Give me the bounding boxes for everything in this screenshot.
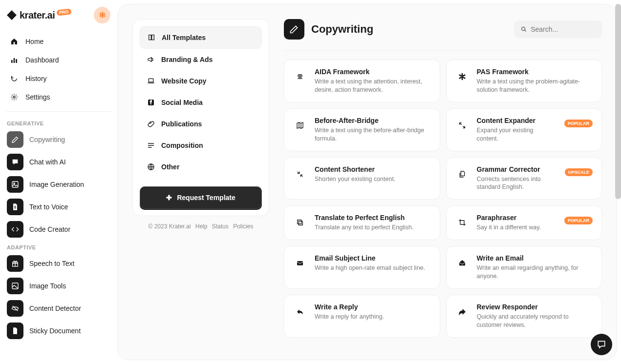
card-title: Translate to Perfect English (315, 214, 431, 222)
asterisk-icon (455, 70, 469, 83)
refresh-icon (10, 74, 19, 83)
nav-item-dashboard[interactable]: Dashboard (0, 51, 117, 69)
card-desc: Shorten your existing content. (315, 175, 431, 183)
category-other[interactable]: Other (140, 156, 262, 178)
footer-link-policies[interactable]: Policies (233, 223, 253, 230)
card-desc: Write a high open-rate email subject lin… (315, 264, 431, 272)
card-title: Grammar Corrector (477, 165, 557, 173)
pencil-icon (7, 131, 23, 148)
tool-item-copywriting[interactable]: Copywriting (0, 128, 117, 151)
cards-scroll[interactable]: AIDA Framework Write a text using the at… (284, 50, 602, 345)
chat-fab[interactable] (591, 334, 612, 355)
svg-point-3 (13, 96, 15, 98)
category-label: All Templates (162, 34, 206, 41)
tool-item-speech-to-text[interactable]: Speech to Text (0, 252, 117, 275)
category-all-templates[interactable]: All Templates (140, 26, 262, 49)
chat-icon (7, 154, 23, 170)
category-composition[interactable]: Composition (140, 135, 262, 156)
svg-rect-2 (16, 59, 17, 63)
image-icon (7, 176, 23, 193)
footer-link-help[interactable]: Help (195, 223, 208, 230)
template-card-translate-to-perfect-english[interactable]: Translate to Perfect English Translate a… (284, 205, 440, 240)
template-card-content-shortener[interactable]: Content Shortener Shorten your existing … (284, 157, 440, 200)
card-title: Write an Email (477, 254, 593, 262)
home-icon (10, 37, 19, 46)
tool-item-text-to-voice[interactable]: Text to Voice (0, 196, 117, 218)
templates-panel: Copywriting AIDA Framework Write a text … (284, 19, 602, 345)
card-title: Paraphraser (477, 214, 557, 222)
template-card-pas-framework[interactable]: PAS Framework Write a text using the pro… (446, 60, 602, 102)
tool-item-image-generation[interactable]: Image Generation (0, 173, 117, 196)
card-desc: Write a text using the problem-agitate-s… (477, 78, 593, 94)
svg-rect-8 (149, 79, 153, 82)
brand-name: krater.ai (20, 10, 55, 21)
tool-label: Content Detector (29, 304, 81, 312)
svg-point-5 (14, 183, 15, 184)
files-icon (455, 167, 469, 181)
tool-label: Sticky Document (29, 327, 81, 335)
card-body: Write an Email Write an email regarding … (477, 254, 593, 281)
tool-item-sticky-document[interactable]: Sticky Document (0, 320, 117, 342)
card-desc: Write a text using the before-after-brid… (315, 126, 431, 143)
card-desc: Translate any text to perfect English. (315, 223, 431, 232)
template-card-write-a-reply[interactable]: Write a Reply Write a reply for anything… (284, 295, 440, 338)
search-box[interactable] (514, 20, 602, 38)
tool-label: Chat with AI (29, 158, 66, 166)
footer-link-status[interactable]: Status (212, 223, 229, 230)
nav-label: History (25, 75, 47, 82)
card-body: Email Subject Line Write a high open-rat… (315, 254, 431, 272)
copyright: © 2023 Krater.ai (148, 223, 191, 230)
request-template-button[interactable]: ✚ Request Template (140, 186, 262, 209)
template-card-aida-framework[interactable]: AIDA Framework Write a text using the at… (284, 60, 440, 102)
tool-item-image-tools[interactable]: Image Tools (0, 275, 117, 297)
mail-icon (293, 256, 307, 270)
category-website-copy[interactable]: Website Copy (140, 70, 262, 92)
category-publications[interactable]: Publications (140, 113, 262, 135)
card-desc: Say it in a different way. (477, 223, 557, 232)
template-card-content-expander[interactable]: Content Expander Expand your existing co… (446, 108, 602, 151)
card-title: AIDA Framework (315, 68, 431, 76)
compress-icon (293, 167, 307, 181)
card-body: Content Shortener Shorten your existing … (315, 165, 431, 183)
nav-item-history[interactable]: History (0, 69, 117, 88)
search-input[interactable] (531, 25, 595, 33)
svg-rect-1 (14, 58, 15, 63)
divider (6, 111, 111, 112)
template-card-write-an-email[interactable]: Write an Email Write an email regarding … (446, 246, 602, 289)
template-card-grammar-corrector[interactable]: Grammar Corrector Corrects sentences int… (446, 157, 602, 200)
nav-item-settings[interactable]: Settings (0, 88, 117, 106)
category-social-media[interactable]: Social Media (140, 92, 262, 113)
card-desc: Write a text using the attention, intere… (315, 78, 431, 94)
img2-icon (7, 278, 23, 294)
card-desc: Quickly and accurately respond to custom… (477, 313, 593, 329)
card-desc: Expand your existing content. (477, 126, 557, 143)
template-card-review-responder[interactable]: Review Responder Quickly and accurately … (446, 295, 602, 338)
scrollbar[interactable] (615, 4, 621, 199)
nav-item-home[interactable]: Home (0, 32, 117, 51)
category-label: Branding & Ads (161, 56, 213, 63)
svg-point-11 (522, 27, 525, 30)
template-card-paraphraser[interactable]: Paraphraser Say it in a different way. P… (446, 205, 602, 240)
file-icon (7, 323, 23, 339)
eye-icon (7, 300, 23, 317)
tool-item-chat-with-ai[interactable]: Chat with AI (0, 151, 117, 173)
card-title: PAS Framework (477, 68, 593, 76)
avatar[interactable]: ❄ (94, 7, 110, 23)
request-template-label: Request Template (177, 194, 236, 202)
tool-item-code-creator[interactable]: Code Creator (0, 218, 117, 241)
tool-label: Text to Voice (29, 203, 68, 211)
tool-item-content-detector[interactable]: Content Detector (0, 297, 117, 320)
card-body: Before-After-Bridge Write a text using t… (315, 117, 431, 143)
align-icon (293, 70, 307, 83)
nav-label: Settings (25, 93, 50, 101)
brand-logo[interactable]: krater.ai (7, 10, 55, 21)
category-branding-ads[interactable]: Branding & Ads (140, 49, 262, 70)
card-body: PAS Framework Write a text using the pro… (477, 68, 593, 94)
card-desc: Write a reply for anything. (315, 313, 431, 321)
sidebar: krater.ai PRO ❄ HomeDashboardHistorySett… (0, 0, 117, 364)
template-card-email-subject-line[interactable]: Email Subject Line Write a high open-rat… (284, 246, 440, 289)
globe-icon (147, 163, 155, 171)
doc-icon (7, 199, 23, 215)
cards-grid: AIDA Framework Write a text using the at… (284, 60, 602, 338)
template-card-before-after-bridge[interactable]: Before-After-Bridge Write a text using t… (284, 108, 440, 151)
